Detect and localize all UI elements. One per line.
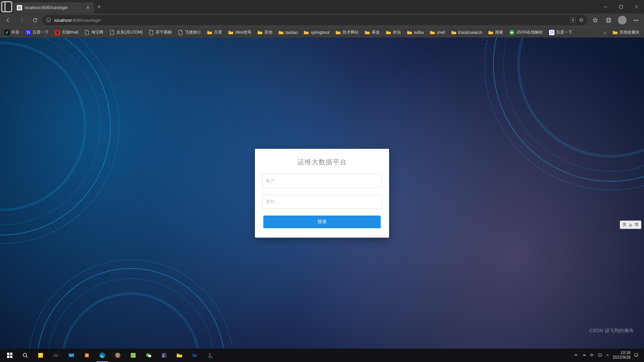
search-button[interactable] bbox=[17, 349, 33, 362]
bookmark-item[interactable]: 其他 bbox=[255, 28, 275, 37]
svg-rect-26 bbox=[228, 31, 230, 32]
bg-ring bbox=[0, 38, 131, 255]
task-notepadpp[interactable] bbox=[125, 349, 141, 362]
tray-chevron-icon[interactable] bbox=[574, 353, 578, 358]
bookmark-label: 其他 bbox=[264, 29, 272, 35]
task-explorer[interactable] bbox=[172, 349, 187, 362]
ime-lang: 英 bbox=[623, 222, 627, 228]
favorites-button[interactable] bbox=[589, 15, 601, 25]
svg-rect-51 bbox=[7, 356, 9, 358]
window-minimize-button[interactable] bbox=[598, 0, 613, 13]
bookmark-overflow-chevron-icon[interactable]: › bbox=[601, 29, 609, 36]
bookmark-label: shell bbox=[437, 30, 445, 35]
tray-notifications-icon[interactable] bbox=[634, 353, 639, 358]
svg-rect-43 bbox=[549, 30, 554, 35]
site-info-icon[interactable] bbox=[46, 17, 51, 23]
ime-indicator[interactable]: 英 ぁ 简 bbox=[620, 221, 641, 229]
task-mail[interactable] bbox=[64, 349, 79, 362]
svg-point-14 bbox=[637, 20, 638, 20]
username-input[interactable] bbox=[262, 174, 382, 188]
new-tab-button[interactable]: ＋ bbox=[94, 2, 104, 12]
tray-ime-icon[interactable]: ㅊ bbox=[606, 353, 609, 358]
bookmark-item[interactable]: 抖音 bbox=[2, 28, 22, 37]
task-java[interactable] bbox=[203, 349, 218, 362]
bookmark-item[interactable]: springboot bbox=[301, 28, 332, 37]
refresh-button[interactable] bbox=[29, 15, 41, 25]
svg-rect-74 bbox=[635, 354, 638, 356]
svg-rect-30 bbox=[336, 31, 337, 32]
task-terminal[interactable] bbox=[48, 349, 64, 362]
task-book[interactable] bbox=[79, 349, 95, 362]
settings-menu-button[interactable] bbox=[630, 15, 642, 25]
bookmark-item[interactable]: kafka bbox=[405, 28, 426, 37]
tray-network-icon[interactable] bbox=[598, 353, 602, 358]
task-idea[interactable]: IJ bbox=[156, 349, 172, 362]
bookmark-item[interactable]: taobao bbox=[276, 28, 300, 37]
bookmark-label: 淘宝网 bbox=[91, 29, 103, 35]
bookmark-label: 农信 bbox=[393, 29, 401, 35]
svg-rect-58 bbox=[86, 354, 88, 357]
bookmark-item[interactable]: 基金 bbox=[362, 28, 382, 37]
browser-tab[interactable]: localhost:8080/cas/login ✕ bbox=[13, 2, 94, 13]
bookmark-label: 技术网站 bbox=[342, 29, 359, 35]
start-button[interactable] bbox=[2, 349, 17, 362]
svg-point-24 bbox=[58, 32, 58, 33]
login-button[interactable]: 登录 bbox=[263, 216, 381, 228]
back-button[interactable] bbox=[2, 15, 14, 25]
bookmark-item[interactable]: Elasticsearch bbox=[449, 28, 484, 37]
bookmark-item[interactable]: 百度一下 bbox=[547, 28, 575, 37]
folder-icon bbox=[304, 30, 309, 35]
bookmark-item[interactable]: Idea使用 bbox=[226, 28, 253, 37]
bookmark-item[interactable]: 京东(JD.COM) bbox=[107, 28, 145, 37]
bookmark-item[interactable]: shell bbox=[427, 28, 447, 37]
tray-clock[interactable]: 10:16 2022/9/28 bbox=[613, 351, 631, 360]
tray-volume-icon[interactable] bbox=[590, 353, 594, 358]
bookmark-item[interactable]: 百度 bbox=[205, 28, 224, 37]
bookmark-item[interactable]: 苏宁易购 bbox=[146, 28, 174, 37]
task-edge[interactable] bbox=[95, 349, 110, 362]
task-powershell[interactable] bbox=[187, 349, 203, 362]
bookmark-item[interactable]: 天猫tmall bbox=[52, 28, 80, 37]
address-bar[interactable]: localhost:8080/cas/login A bbox=[42, 15, 588, 25]
csdn-watermark: CSDN @飞翔的佩奇 bbox=[589, 328, 634, 334]
login-card: 运维大数据平台 登录 bbox=[255, 149, 389, 238]
bookmark-label: 苏宁易购 bbox=[156, 29, 172, 35]
window-maximize-button[interactable] bbox=[613, 0, 629, 13]
favorite-star-icon[interactable] bbox=[579, 17, 584, 23]
read-aloud-icon[interactable]: A bbox=[570, 17, 576, 23]
svg-rect-34 bbox=[430, 31, 432, 32]
collections-button[interactable] bbox=[602, 15, 614, 25]
password-input[interactable] bbox=[262, 195, 382, 209]
profile-avatar[interactable] bbox=[618, 16, 627, 24]
bookmark-item[interactable]: 百度一下 bbox=[23, 28, 51, 37]
task-chrome[interactable] bbox=[110, 349, 125, 362]
tab-close-button[interactable]: ✕ bbox=[85, 5, 91, 10]
window-close-button[interactable] bbox=[629, 0, 644, 13]
bookmark-label: 飞猪旅行 bbox=[185, 29, 201, 35]
svg-point-23 bbox=[57, 32, 57, 33]
svg-rect-36 bbox=[488, 31, 490, 32]
task-wechat[interactable] bbox=[141, 349, 156, 362]
forward-button[interactable] bbox=[15, 15, 28, 25]
ime-mode-icon: ぁ bbox=[629, 222, 633, 228]
bookmark-label: JSON在线解析 bbox=[516, 29, 543, 35]
bookmark-item[interactable]: 搜索 bbox=[486, 28, 505, 37]
tray-onedrive-icon[interactable] bbox=[582, 353, 586, 358]
bookmark-overflow[interactable]: 其他收藏夹 bbox=[610, 28, 642, 37]
bookmark-label: Elasticsearch bbox=[458, 30, 482, 35]
system-tray[interactable]: ㅊ 10:16 2022/9/28 bbox=[574, 351, 642, 360]
svg-rect-25 bbox=[207, 31, 209, 32]
site-icon bbox=[25, 30, 31, 35]
bookmark-item[interactable]: 农信 bbox=[383, 28, 403, 37]
svg-rect-41 bbox=[510, 32, 511, 33]
tab-actions-button[interactable] bbox=[0, 0, 13, 13]
bookmark-item[interactable]: 技术网站 bbox=[333, 28, 361, 37]
task-sticky-notes[interactable] bbox=[33, 349, 48, 362]
bookmark-item[interactable]: 淘宝网 bbox=[82, 28, 106, 37]
bookmark-item[interactable]: 飞猪旅行 bbox=[175, 28, 203, 37]
bookmark-item[interactable]: JSON在线解析 bbox=[507, 28, 545, 37]
svg-rect-48 bbox=[613, 31, 614, 32]
svg-rect-0 bbox=[2, 2, 12, 12]
tab-favicon bbox=[17, 5, 22, 10]
svg-rect-70 bbox=[192, 353, 198, 357]
